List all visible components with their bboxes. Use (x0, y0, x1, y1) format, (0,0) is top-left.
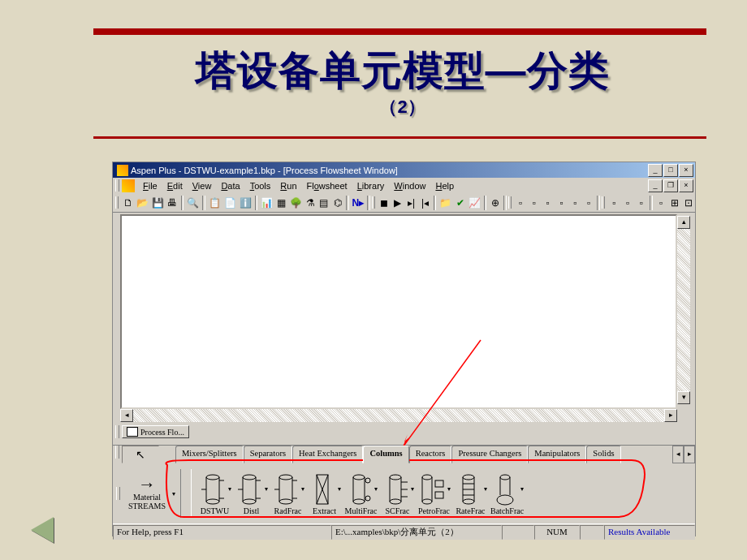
copy-icon[interactable]: 📋 (208, 195, 222, 211)
menu-run[interactable]: Run (275, 181, 301, 191)
menu-view[interactable]: View (188, 181, 217, 191)
tab-separators[interactable]: Separators (244, 446, 292, 463)
open-icon[interactable]: 📂 (136, 195, 149, 211)
menu-help[interactable]: Help (430, 181, 459, 191)
step-icon[interactable]: ▸| (405, 195, 417, 211)
tool-d-icon[interactable]: ▫ (555, 195, 568, 211)
block-petrofrac[interactable]: ▾ PetroFrac (417, 472, 451, 515)
menu-data[interactable]: Data (216, 181, 244, 191)
tab-mixers-splitters[interactable]: Mixers/Splitters (175, 446, 244, 463)
tool-c-icon[interactable]: ▫ (542, 195, 554, 211)
menu-window[interactable]: Window (389, 181, 430, 191)
struct-icon[interactable]: ⌬ (331, 195, 343, 211)
tool-a-icon[interactable]: ▫ (515, 195, 527, 211)
menu-file[interactable]: File (138, 181, 162, 191)
block-distl[interactable]: ▾ Distl (235, 472, 268, 515)
process-flowsheet-tab[interactable]: Process Flo... (122, 425, 189, 438)
results-icon[interactable]: 📈 (468, 195, 481, 211)
tree-icon[interactable]: 🌳 (289, 195, 303, 211)
grip-icon[interactable] (116, 487, 120, 500)
folder-icon[interactable]: 📁 (438, 195, 452, 211)
save-icon[interactable]: 💾 (151, 195, 165, 211)
scroll-left-icon[interactable]: ◂ (120, 409, 133, 422)
tab-manipulators[interactable]: Manipulators (528, 446, 586, 463)
print-icon[interactable]: 🖶 (166, 195, 179, 211)
window-titlebar[interactable]: Aspen Plus - DSTWU-example1.bkp - [Proce… (113, 162, 695, 178)
grip-icon[interactable] (602, 196, 605, 209)
horizontal-scrollbar[interactable]: ◂ ▸ (120, 409, 677, 422)
mdi-close-button[interactable]: × (679, 179, 693, 192)
close-button[interactable]: × (679, 164, 693, 177)
new-icon[interactable]: 🗋 (122, 195, 134, 211)
dropdown-icon[interactable]: ▾ (484, 485, 487, 493)
mdi-restore-button[interactable]: ❐ (663, 179, 678, 192)
flowsheet-canvas[interactable] (120, 214, 677, 409)
target-icon[interactable]: ⊕ (489, 195, 501, 211)
block-extract[interactable]: ▾ Extract (308, 472, 341, 515)
grip-icon[interactable] (508, 196, 512, 209)
app-menu-icon[interactable] (122, 179, 135, 192)
tool-e-icon[interactable]: ▫ (569, 195, 581, 211)
separator-bar[interactable] (113, 440, 695, 446)
tab-heat-exchangers[interactable]: Heat Exchangers (292, 446, 363, 463)
palette-c-icon[interactable]: ▫ (636, 195, 648, 211)
scroll-track[interactable] (133, 409, 664, 422)
grip-icon[interactable] (372, 196, 375, 209)
dropdown-icon[interactable]: ▾ (265, 485, 268, 493)
tab-columns[interactable]: Columns (363, 446, 408, 463)
flask-icon[interactable]: ⚗ (304, 195, 317, 211)
previous-slide-button[interactable] (23, 515, 62, 545)
chart-icon[interactable]: 📊 (260, 195, 274, 211)
grip-icon[interactable] (115, 196, 119, 209)
menu-tools[interactable]: Tools (245, 181, 276, 191)
vertical-scrollbar[interactable]: ▴ ▾ (677, 216, 690, 404)
draw-b-icon[interactable]: ⊞ (669, 195, 681, 211)
grip-icon[interactable] (115, 446, 119, 459)
block-multifrac[interactable]: ▾ MultiFrac (344, 472, 378, 515)
dropdown-icon[interactable]: ▾ (301, 485, 304, 493)
tabs-scroll-right-icon[interactable]: ▸ (684, 446, 695, 463)
menu-flowsheet[interactable]: Flowsheet (302, 181, 352, 191)
block-batchfrac[interactable]: ▾ BatchFrac (490, 472, 524, 515)
grip-icon[interactable] (115, 179, 119, 192)
dropdown-icon[interactable]: ▾ (411, 485, 414, 493)
draw-a-icon[interactable]: ▫ (655, 195, 667, 211)
table-icon[interactable]: ▦ (275, 195, 287, 211)
block-dstwu[interactable]: ▾ DSTWU (198, 472, 231, 515)
next-icon[interactable]: N▸ (352, 195, 365, 211)
scroll-down-icon[interactable]: ▾ (677, 391, 690, 404)
dropdown-icon[interactable]: ▾ (228, 485, 231, 493)
paste-icon[interactable]: 📄 (223, 195, 237, 211)
tab-solids[interactable]: Solids (586, 446, 620, 463)
block-scfrac[interactable]: ▾ SCFrac (381, 472, 414, 515)
dropdown-icon[interactable]: ▾ (374, 485, 378, 493)
tabs-scroll-left-icon[interactable]: ◂ (672, 446, 684, 463)
stop-icon[interactable]: ◼ (378, 195, 391, 211)
dropdown-icon[interactable]: ▾ (447, 485, 451, 493)
tab-pressure-changers[interactable]: Pressure Changers (451, 446, 528, 463)
tab-reactors[interactable]: Reactors (409, 446, 452, 463)
rewind-icon[interactable]: |◂ (419, 195, 431, 211)
help-icon[interactable]: ℹ️ (239, 195, 253, 211)
play-icon[interactable]: ▶ (392, 195, 404, 211)
tool-f-icon[interactable]: ▫ (583, 195, 595, 211)
menu-edit[interactable]: Edit (162, 181, 188, 191)
menu-library[interactable]: Library (352, 181, 390, 191)
scroll-right-icon[interactable]: ▸ (664, 409, 677, 422)
scroll-up-icon[interactable]: ▴ (677, 216, 690, 229)
check-icon[interactable]: ✔ (454, 195, 466, 211)
grid-icon[interactable]: ▤ (318, 195, 330, 211)
minimize-button[interactable]: _ (648, 164, 663, 177)
material-streams-tool[interactable]: → Material STREAMS (123, 476, 171, 510)
maximize-button[interactable]: □ (663, 164, 678, 177)
dropdown-icon[interactable]: ▾ (338, 485, 341, 493)
block-radfrac[interactable]: ▾ RadFrac (271, 472, 304, 515)
grip-icon[interactable] (115, 425, 119, 438)
mdi-minimize-button[interactable]: _ (648, 179, 663, 192)
tool-b-icon[interactable]: ▫ (529, 195, 541, 211)
block-ratefrac[interactable]: ▾ RateFrac (454, 472, 487, 515)
palette-a-icon[interactable]: ▫ (608, 195, 620, 211)
palette-b-icon[interactable]: ▫ (622, 195, 634, 211)
preview-icon[interactable]: 🔍 (186, 195, 200, 211)
cursor-tool[interactable]: ↖ (122, 446, 159, 463)
